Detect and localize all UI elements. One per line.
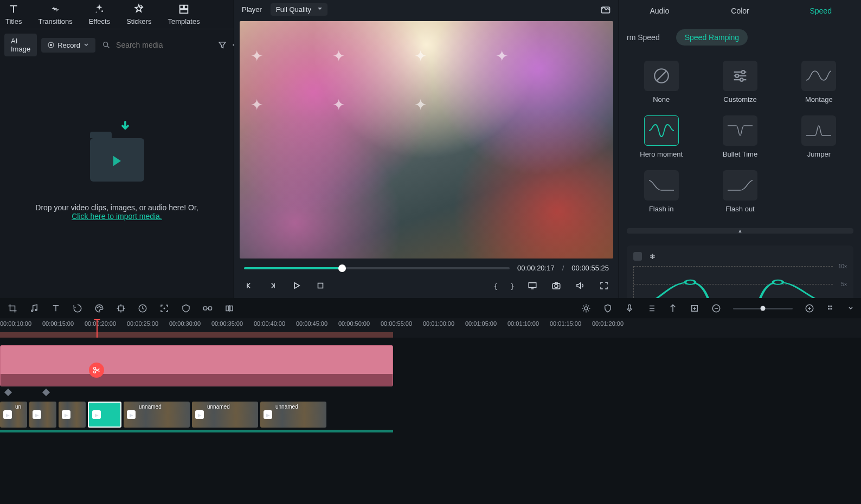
text-icon	[8, 3, 20, 15]
timeline-panel: 00:00:10:00 00:00:15:00 00:00:20:00 00:0…	[0, 298, 861, 504]
ai-image-button[interactable]: AI Image	[4, 34, 37, 56]
progress-slider[interactable]	[244, 267, 510, 269]
crop-icon[interactable]	[8, 303, 17, 313]
preset-bullet[interactable]: Bullet Time	[704, 115, 775, 158]
track-area[interactable]: ▸un ▸ ▸ ▸ ▸unnamed ▸unnamed ▸unnamed	[0, 338, 861, 504]
preset-flashout[interactable]: Flash out	[704, 170, 775, 213]
zoom-in-icon[interactable]	[805, 303, 814, 313]
search-input[interactable]	[116, 41, 211, 49]
video-clip[interactable]: ▸unnamed	[260, 402, 326, 428]
sliders-icon	[731, 67, 749, 85]
tab-effects[interactable]: Effects	[89, 3, 111, 25]
preset-montage[interactable]: Montage	[783, 61, 854, 104]
marker[interactable]	[4, 389, 12, 396]
adjust-icon[interactable]	[581, 303, 591, 313]
stickers-icon	[133, 3, 145, 15]
preset-none[interactable]: None	[626, 61, 697, 104]
text-tool-icon[interactable]	[51, 303, 61, 313]
tracks-options-icon[interactable]	[848, 306, 853, 311]
music-icon[interactable]	[29, 303, 39, 313]
video-clip[interactable]: ▸	[29, 402, 56, 428]
split-scissors-icon[interactable]	[89, 363, 104, 378]
preview-viewport[interactable]	[240, 21, 613, 259]
video-clip[interactable]: ▸unnamed	[124, 402, 190, 428]
ramp-curve[interactable]	[634, 266, 847, 298]
search-media[interactable]	[100, 41, 213, 49]
volume-icon[interactable]	[575, 281, 585, 290]
mark-out-button[interactable]: }	[511, 282, 513, 290]
rotate-icon[interactable]	[73, 303, 82, 313]
tab-templates-label: Templates	[168, 17, 200, 25]
video-clip[interactable]: ▸unnamed	[192, 402, 258, 428]
timeline-ruler[interactable]: 00:00:10:00 00:00:15:00 00:00:20:00 00:0…	[0, 319, 861, 338]
mark-in-button[interactable]: {	[494, 282, 497, 290]
tab-stickers-label: Stickers	[126, 17, 151, 25]
filter-icon[interactable]	[217, 40, 227, 50]
effect-clip[interactable]	[0, 345, 393, 386]
collapse-handle[interactable]: ▲	[627, 228, 853, 234]
preset-jumper[interactable]: Jumper	[783, 115, 854, 158]
ruler-tick: 00:01:20:00	[592, 320, 624, 327]
freeze-checkbox[interactable]	[633, 252, 642, 261]
video-clip[interactable]: ▸un	[0, 402, 27, 428]
quality-dropdown[interactable]: Full Quality	[271, 3, 327, 16]
preset-hero[interactable]: Hero moment	[626, 115, 697, 158]
mask-icon[interactable]	[181, 303, 191, 313]
preset-flashout-label: Flash out	[704, 205, 775, 213]
tab-transitions[interactable]: Transitions	[38, 3, 73, 25]
preset-montage-label: Montage	[783, 95, 854, 104]
tab-templates[interactable]: Templates	[168, 3, 200, 25]
progress-row: 00:00:20:17 / 00:00:55:25	[234, 261, 619, 275]
prev-frame-button[interactable]	[244, 281, 254, 290]
palette-icon[interactable]	[94, 303, 104, 313]
camera-icon[interactable]	[551, 281, 561, 290]
speed-graph[interactable]: ❄ 10x 5x 1x 0.5x 0.1x	[627, 245, 853, 298]
ruler-tick: 00:01:15:00	[550, 320, 581, 327]
transform-icon[interactable]	[116, 303, 126, 313]
stop-button[interactable]	[316, 281, 325, 290]
tab-speed[interactable]: Speed	[780, 0, 861, 22]
record-button[interactable]: Record	[41, 38, 95, 53]
focus-icon[interactable]	[159, 303, 169, 313]
split-icon[interactable]	[224, 303, 234, 313]
clip-label: unnamed	[275, 404, 298, 410]
snapshot-icon[interactable]	[600, 4, 611, 15]
audio-track[interactable]	[0, 430, 393, 432]
subtab-uniform[interactable]: rm Speed	[627, 33, 660, 42]
ruler-tick: 00:00:20:00	[85, 320, 116, 327]
tab-stickers[interactable]: Stickers	[126, 3, 151, 25]
tab-titles[interactable]: Titles	[5, 3, 22, 25]
display-icon[interactable]	[528, 281, 537, 290]
video-clip-selected[interactable]: ▸	[88, 402, 121, 428]
tab-color[interactable]: Color	[700, 0, 781, 22]
playhead[interactable]	[97, 319, 98, 338]
link-icon[interactable]	[203, 303, 213, 313]
marker-icon[interactable]	[668, 303, 678, 313]
tracks-view-icon[interactable]	[826, 303, 836, 313]
video-clip[interactable]: ▸	[59, 402, 86, 428]
zoom-slider[interactable]	[733, 308, 793, 309]
preset-flashin[interactable]: Flash in	[626, 170, 697, 213]
tab-audio[interactable]: Audio	[619, 0, 700, 22]
shield-icon[interactable]	[603, 303, 613, 313]
preset-customize[interactable]: Customize	[704, 61, 775, 104]
fullscreen-icon[interactable]	[599, 281, 609, 290]
search-icon	[102, 41, 111, 49]
svg-point-0	[102, 10, 104, 12]
keyframe-icon[interactable]	[690, 303, 699, 313]
clip-play-icon: ▸	[195, 410, 204, 419]
next-frame-button[interactable]	[268, 281, 278, 290]
zoom-out-icon[interactable]	[711, 303, 721, 313]
marker[interactable]	[42, 389, 50, 396]
clip-label: unnamed	[207, 404, 230, 410]
dropzone[interactable]: Drop your video clips, images, or audio …	[0, 61, 234, 298]
mic-icon[interactable]	[625, 303, 634, 313]
play-button[interactable]	[292, 281, 301, 290]
list-icon[interactable]	[646, 303, 656, 313]
subtab-ramping[interactable]: Speed Ramping	[676, 29, 748, 46]
asset-tabs: Titles Transitions Effects Stickers Temp…	[0, 0, 234, 29]
ruler-tick: 00:01:00:00	[423, 320, 454, 327]
svg-rect-12	[318, 283, 323, 288]
import-link[interactable]: Click here to import media.	[72, 212, 162, 221]
speed-icon[interactable]	[138, 303, 147, 313]
